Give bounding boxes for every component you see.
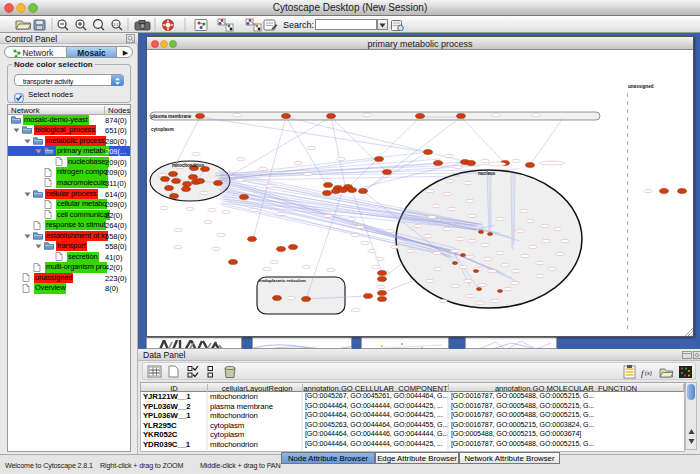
svg-text:1:1: 1:1 <box>113 22 119 27</box>
svg-text:plasma membrane: plasma membrane <box>151 114 192 119</box>
svg-text:cytoplasm: cytoplasm <box>151 127 174 132</box>
svg-text:mitochondrion: mitochondrion <box>172 163 204 168</box>
svg-text:unassigned: unassigned <box>628 84 654 89</box>
svg-text:endoplasmic reticulum: endoplasmic reticulum <box>259 278 306 283</box>
svg-text:nucleus: nucleus <box>478 171 496 176</box>
svg-text:(x): (x) <box>645 370 652 377</box>
